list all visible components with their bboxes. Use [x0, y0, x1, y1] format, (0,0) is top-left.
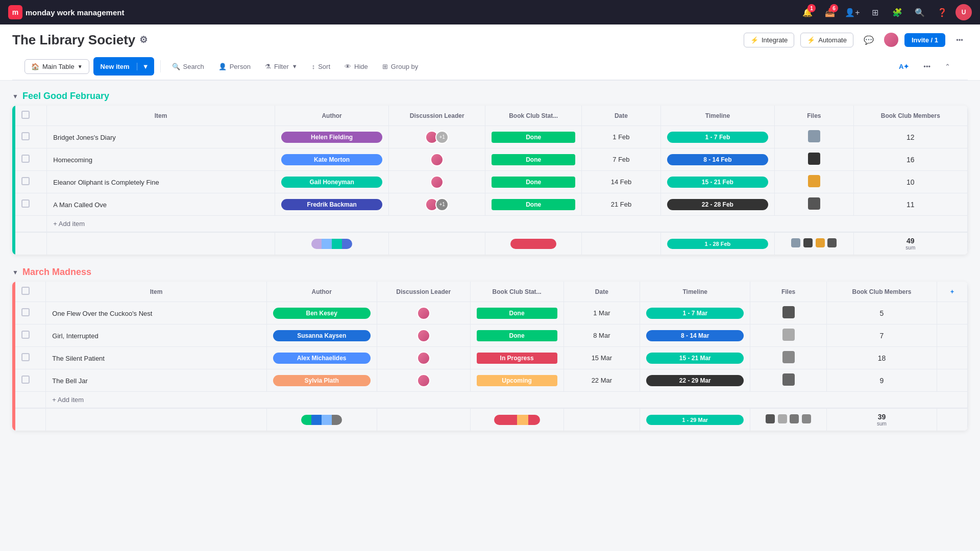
chat-button[interactable]: 💬 [860, 31, 878, 49]
author-cell: Susanna Kaysen [266, 324, 377, 347]
bar-segment [494, 415, 517, 425]
filter-button[interactable]: ⚗ Filter ▼ [260, 60, 303, 73]
timeline-pill: 22 - 29 Mar [646, 375, 744, 386]
item-cell: One Flew Over the Cuckoo's Nest ⊕ [46, 302, 266, 324]
group-feel-good-february-header[interactable]: ▼ Feel Good February [12, 91, 968, 102]
more-toolbar-button[interactable]: ••• [918, 60, 936, 73]
file-thumbnail[interactable] [808, 130, 820, 142]
new-item-button[interactable]: New item ▼ [93, 57, 154, 76]
search-button[interactable]: 🔍 Search [167, 60, 209, 73]
row-checkbox[interactable] [15, 193, 47, 216]
discussion-leader-cell [377, 369, 470, 392]
timeline-pill: 22 - 28 Feb [667, 199, 768, 210]
group-by-button[interactable]: ⊞ Group by [377, 60, 423, 73]
ai-button[interactable]: A✦ [894, 60, 914, 73]
file-thumbnail[interactable] [808, 197, 820, 210]
author-cell: Fredrik Backman [275, 193, 388, 216]
book-club-members-column-header: Book Club Members [853, 106, 967, 126]
workspaces-button[interactable]: ⊞ [866, 3, 884, 21]
timeline-cell: 22 - 28 Feb [660, 193, 774, 216]
select-all-header[interactable] [15, 282, 46, 302]
invite-people-button[interactable]: 👤+ [843, 3, 862, 21]
board-title-settings-icon[interactable]: ⚙ [139, 34, 148, 45]
discussion-leader-cell [377, 302, 470, 324]
table-row: The Silent Patient ⊕ Alex Michaelides [15, 347, 968, 369]
item-title: The Silent Patient [52, 355, 105, 362]
main-table-view-button[interactable]: 🏠 Main Table ▼ [24, 59, 89, 74]
discussion-leader-cell: +1 [389, 193, 485, 216]
discussion-avatar-count: +1 [435, 198, 449, 211]
row-checkbox[interactable] [15, 302, 46, 324]
group-march-madness-header[interactable]: ▼ March Madness [12, 267, 968, 278]
add-item-row[interactable]: + Add item [15, 392, 968, 409]
inbox-button[interactable]: 📥 6 [821, 3, 839, 21]
apps-button[interactable]: 🧩 [888, 3, 906, 21]
integrate-button[interactable]: ⚡ Integrate [744, 33, 794, 47]
summary-status-bars [470, 408, 564, 431]
timeline-pill: 1 - 7 Mar [646, 308, 744, 319]
item-title: One Flew Over the Cuckoo's Nest [52, 310, 152, 317]
item-title: A Man Called Ove [53, 201, 107, 209]
board-user-avatar[interactable] [884, 33, 898, 47]
summary-members-cell: 39 sum [826, 408, 937, 431]
row-checkbox[interactable] [15, 171, 47, 193]
file-thumbnail[interactable] [808, 153, 820, 165]
bar-segment [322, 415, 332, 425]
status-cell: Done [485, 171, 582, 193]
discussion-avatar [430, 176, 444, 189]
summary-file-3 [790, 414, 799, 423]
file-thumbnail[interactable] [808, 175, 820, 187]
notifications-button[interactable]: 🔔 1 [798, 3, 817, 21]
select-all-header[interactable] [15, 106, 47, 126]
table-row: A Man Called Ove ⊕ Fredrik Backman +1 [15, 193, 968, 216]
file-thumbnail[interactable] [782, 373, 795, 386]
item-column-header: Item [46, 282, 266, 302]
file-thumbnail[interactable] [782, 351, 795, 363]
logo-icon: m [8, 5, 22, 19]
bar-segment [528, 415, 540, 425]
file-thumbnail[interactable] [782, 306, 795, 318]
status-pill: Done [492, 154, 575, 165]
members-cell: 11 [853, 193, 967, 216]
book-club-status-column-header: Book Club Stat... [470, 282, 564, 302]
help-button[interactable]: ❓ [933, 3, 951, 21]
collapse-button[interactable]: ⌃ [940, 60, 955, 73]
automate-button[interactable]: ⚡ Automate [800, 33, 853, 47]
person-filter-button[interactable]: 👤 Person [213, 60, 256, 73]
more-options-button[interactable]: ••• [951, 32, 968, 48]
add-column-header[interactable]: + [937, 282, 968, 302]
add-item-label[interactable]: + Add item [47, 216, 968, 233]
board-title-text: The Library Society [12, 32, 135, 48]
hide-button[interactable]: 👁 Hide [339, 60, 373, 73]
row-checkbox[interactable] [15, 369, 46, 392]
summary-file-1 [791, 238, 800, 247]
invite-button[interactable]: Invite / 1 [904, 33, 945, 47]
row-checkbox[interactable] [15, 126, 47, 148]
empty-col [937, 324, 968, 347]
summary-members-cell: 49 sum [853, 232, 967, 255]
discussion-avatar-group: +1 [395, 198, 479, 211]
file-thumbnail[interactable] [782, 329, 795, 341]
timeline-cell: 22 - 29 Mar [640, 369, 750, 392]
status-cell: Done [485, 126, 582, 148]
add-item-row[interactable]: + Add item [15, 216, 968, 233]
main-content: ▼ Feel Good February [0, 81, 980, 551]
add-item-checkbox-cell [15, 392, 46, 409]
row-checkbox[interactable] [15, 347, 46, 369]
status-pill: In Progress [477, 353, 557, 364]
author-pill: Sylvia Plath [273, 375, 371, 386]
status-pill: Done [477, 308, 557, 319]
discussion-leader-cell [389, 148, 485, 171]
app-logo[interactable]: m monday work management [8, 5, 124, 19]
user-avatar[interactable]: U [955, 4, 972, 20]
add-item-label[interactable]: + Add item [46, 392, 968, 409]
summary-author-bars [266, 408, 377, 431]
item-title: Girl, Interrupted [52, 332, 98, 340]
row-checkbox[interactable] [15, 324, 46, 347]
members-cell: 18 [826, 347, 937, 369]
sort-button[interactable]: ↕ Sort [307, 60, 335, 73]
author-pill: Fredrik Backman [281, 199, 382, 210]
row-checkbox[interactable] [15, 148, 47, 171]
search-nav-button[interactable]: 🔍 [911, 3, 929, 21]
discussion-leader-cell [389, 171, 485, 193]
